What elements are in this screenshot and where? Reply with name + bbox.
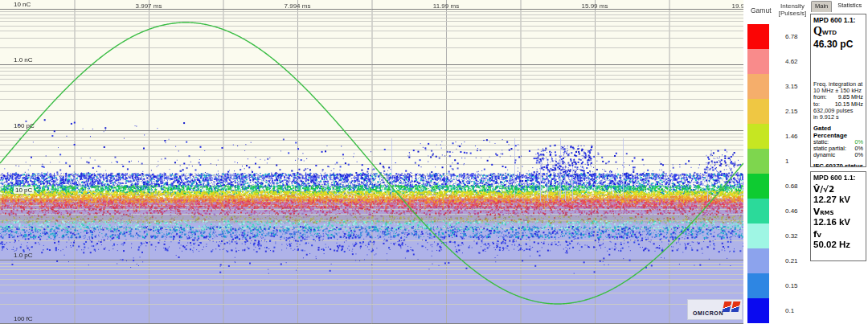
voltage-measurement-panel: MPD 600 1.1: V̂/√2 12.27 kV VRMS 12.16 k… (810, 171, 866, 261)
frequency-value: 50.02 Hz (813, 240, 863, 249)
gamut-band (747, 49, 769, 74)
gamut-color-bar (747, 24, 769, 323)
intensity-axis-title: Intensity [Pulses/s] (772, 2, 813, 17)
tab-main[interactable]: Main (811, 1, 832, 12)
gated-percentage-title: Gated Percentage (813, 125, 863, 139)
x-axis-label: 7.994 ms (285, 2, 311, 10)
omicron-flag-icon (723, 301, 732, 312)
omicron-logo-text: OMICRON (693, 310, 723, 316)
pd-scope-plot: 3.997 ms7.994 ms11.99 ms15.99 ms19.99 ms… (0, 0, 743, 324)
mpd-scope-window: 3.997 ms7.994 ms11.99 ms15.99 ms19.99 ms… (0, 0, 868, 324)
gamut-band (747, 74, 769, 99)
x-axis-label: 19.99 ms (732, 2, 743, 10)
gamut-band (747, 149, 769, 174)
x-axis-label: 11.99 ms (433, 2, 459, 10)
pd-heatmap-canvas[interactable] (0, 0, 743, 324)
intensity-scale-value: 0.1 (785, 307, 794, 314)
gamut-band (747, 124, 769, 149)
gamut-legend-title: Gamut (751, 6, 772, 14)
charge-measurement-panel: MPD 600 1.1: QWTD 46.30 pC Freq. integra… (810, 14, 866, 167)
gamut-band (747, 174, 769, 199)
pulse-duration: in 9.912 s (813, 114, 863, 121)
omicron-flag-icon (731, 301, 741, 312)
intensity-scale-value: 0.68 (785, 183, 798, 190)
frequency-symbol: fV (813, 229, 863, 239)
gamut-band (747, 224, 769, 248)
omicron-logo: OMICRON (687, 299, 743, 320)
x-axis-label: 3.997 ms (136, 2, 162, 10)
y-axis-label: 1.0 nC (14, 56, 33, 64)
intensity-scale-value: 2.15 (785, 108, 798, 115)
gamut-band (747, 248, 769, 273)
gated-dynamic-row: dynamic0% (813, 152, 863, 158)
vrms-symbol: VRMS (813, 207, 863, 216)
intensity-scale-value: 1 (785, 158, 788, 165)
y-axis-label: 100 fC (14, 315, 33, 322)
y-axis-label: 1.0 pC (14, 252, 33, 259)
intensity-scale-value: 0.21 (785, 257, 798, 265)
qwtd-value: 46.30 pC (813, 39, 863, 50)
vpeak-symbol: V̂/√2 (813, 184, 863, 194)
intensity-scale-value: 6.78 (785, 33, 798, 40)
intensity-scale-value: 0.46 (785, 207, 798, 215)
intensity-title-line2: [Pulses/s] (772, 10, 813, 17)
intensity-scale-value: 3.15 (785, 83, 798, 90)
intensity-scale-value: 1.46 (785, 133, 798, 140)
intensity-scale-value: 4.62 (785, 58, 798, 65)
y-axis-label: 10 nC (14, 1, 31, 8)
panel-tab-bar: Main Statistics (811, 1, 865, 12)
y-axis-label: 10 pC (14, 187, 34, 194)
y-axis-label: 100 pC (14, 122, 35, 129)
intensity-scale-value: 0.32 (785, 232, 798, 240)
panel1-device-title: MPD 600 1.1: (813, 16, 863, 24)
gamut-band (747, 273, 769, 298)
vrms-value: 12.16 kV (813, 217, 863, 227)
panel2-device-title: MPD 600 1.1: (813, 174, 863, 182)
gamut-band (747, 199, 769, 224)
gamut-band (747, 99, 769, 124)
qwtd-symbol: QWTD (813, 25, 863, 38)
iec-status-title: IEC 60270 status (813, 162, 863, 167)
intensity-title-line1: Intensity (772, 2, 813, 10)
gamut-band (747, 298, 769, 323)
gamut-band (747, 24, 769, 49)
intensity-scale-value: 0.15 (785, 282, 798, 289)
tab-statistics[interactable]: Statistics (834, 1, 865, 12)
x-axis-label: 15.99 ms (582, 2, 608, 10)
vpeak-value: 12.27 kV (813, 195, 863, 204)
